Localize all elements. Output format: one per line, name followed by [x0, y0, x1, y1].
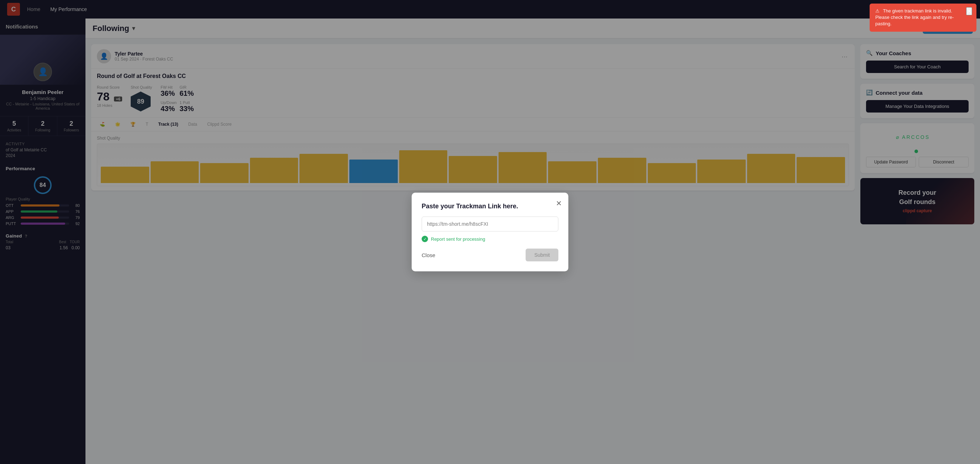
modal-close-button[interactable]: ✕	[556, 199, 562, 208]
modal-close-action-button[interactable]: Close	[422, 252, 435, 258]
trackman-link-input[interactable]	[422, 216, 558, 232]
error-message: The given trackman link is invalid. Plea…	[875, 8, 954, 26]
modal-submit-button[interactable]: Submit	[526, 249, 558, 261]
error-icon: ⚠	[875, 8, 880, 14]
error-close-button[interactable]: ✕	[966, 7, 972, 15]
modal-actions: Close Submit	[422, 249, 558, 261]
trackman-modal: Paste your Trackman Link here. ✕ ✓ Repor…	[412, 193, 568, 271]
success-text: Report sent for processing	[431, 237, 485, 242]
modal-success-message: ✓ Report sent for processing	[422, 236, 558, 242]
modal-title: Paste your Trackman Link here.	[422, 203, 558, 210]
success-checkmark-icon: ✓	[422, 236, 428, 242]
error-banner: ⚠ The given trackman link is invalid. Pl…	[870, 3, 977, 32]
modal-overlay: Paste your Trackman Link here. ✕ ✓ Repor…	[0, 0, 980, 464]
